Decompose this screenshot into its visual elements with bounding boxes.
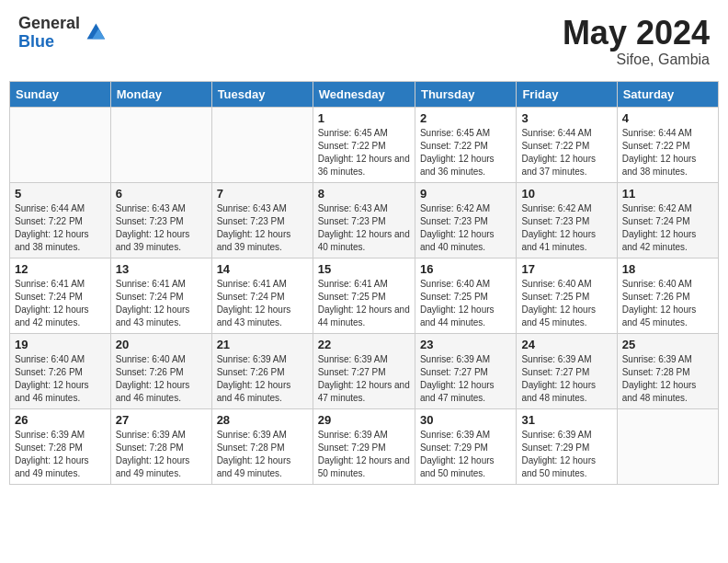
page-header: General Blue May 2024 Sifoe, Gambia [9,9,719,74]
cell-day-number: 20 [116,338,207,351]
calendar-cell: 7Sunrise: 6:43 AMSunset: 7:23 PMDaylight… [211,182,313,258]
logo-general: General [18,15,80,33]
cell-sun-info: Sunrise: 6:39 AMSunset: 7:28 PMDaylight:… [622,353,713,405]
cell-sun-info: Sunrise: 6:39 AMSunset: 7:29 PMDaylight:… [318,429,410,480]
cell-sun-info: Sunrise: 6:39 AMSunset: 7:29 PMDaylight:… [521,429,611,480]
week-row-1: 1Sunrise: 6:45 AMSunset: 7:22 PMDaylight… [10,107,719,182]
cell-sun-info: Sunrise: 6:40 AMSunset: 7:26 PMDaylight:… [116,353,207,405]
week-row-3: 12Sunrise: 6:41 AMSunset: 7:24 PMDayligh… [10,258,719,333]
cell-sun-info: Sunrise: 6:45 AMSunset: 7:22 PMDaylight:… [420,127,511,178]
title-block: May 2024 Sifoe, Gambia [563,15,710,68]
calendar-cell [617,408,718,484]
calendar-cell: 4Sunrise: 6:44 AMSunset: 7:22 PMDaylight… [617,107,718,182]
cell-sun-info: Sunrise: 6:39 AMSunset: 7:28 PMDaylight:… [217,429,308,480]
cell-sun-info: Sunrise: 6:42 AMSunset: 7:24 PMDaylight:… [622,202,713,254]
cell-day-number: 1 [318,111,410,125]
cell-sun-info: Sunrise: 6:40 AMSunset: 7:26 PMDaylight:… [622,278,713,329]
cell-day-number: 21 [217,338,308,351]
cell-day-number: 22 [318,338,410,351]
day-header-monday: Monday [110,81,211,107]
cell-day-number: 14 [217,262,308,276]
calendar-cell [211,107,313,182]
cell-day-number: 6 [116,187,207,201]
cell-day-number: 24 [521,338,611,351]
logo-icon [82,18,108,44]
week-row-5: 26Sunrise: 6:39 AMSunset: 7:28 PMDayligh… [10,408,719,484]
week-row-2: 5Sunrise: 6:44 AMSunset: 7:22 PMDaylight… [10,182,719,258]
cell-sun-info: Sunrise: 6:44 AMSunset: 7:22 PMDaylight:… [15,202,106,254]
cell-day-number: 15 [318,262,410,276]
calendar-cell: 9Sunrise: 6:42 AMSunset: 7:23 PMDaylight… [415,182,516,258]
cell-sun-info: Sunrise: 6:45 AMSunset: 7:22 PMDaylight:… [318,127,410,178]
calendar-cell: 13Sunrise: 6:41 AMSunset: 7:24 PMDayligh… [110,258,211,333]
cell-day-number: 10 [521,187,611,201]
cell-day-number: 19 [15,338,106,351]
calendar-title: May 2024 [563,15,710,52]
cell-day-number: 30 [420,413,511,427]
calendar-cell: 1Sunrise: 6:45 AMSunset: 7:22 PMDaylight… [313,107,415,182]
cell-day-number: 13 [116,262,207,276]
cell-sun-info: Sunrise: 6:41 AMSunset: 7:25 PMDaylight:… [318,278,410,329]
cell-sun-info: Sunrise: 6:39 AMSunset: 7:26 PMDaylight:… [217,353,308,405]
calendar-cell: 31Sunrise: 6:39 AMSunset: 7:29 PMDayligh… [517,408,617,484]
calendar-cell: 8Sunrise: 6:43 AMSunset: 7:23 PMDaylight… [313,182,415,258]
cell-sun-info: Sunrise: 6:44 AMSunset: 7:22 PMDaylight:… [622,127,713,178]
logo: General Blue [18,15,108,52]
cell-day-number: 29 [318,413,410,427]
cell-sun-info: Sunrise: 6:39 AMSunset: 7:27 PMDaylight:… [521,353,611,405]
calendar-cell [110,107,211,182]
day-header-thursday: Thursday [415,81,516,107]
cell-sun-info: Sunrise: 6:40 AMSunset: 7:25 PMDaylight:… [420,278,511,329]
cell-sun-info: Sunrise: 6:44 AMSunset: 7:22 PMDaylight:… [521,127,611,178]
calendar-cell: 10Sunrise: 6:42 AMSunset: 7:23 PMDayligh… [517,182,617,258]
day-header-tuesday: Tuesday [211,81,313,107]
cell-sun-info: Sunrise: 6:40 AMSunset: 7:26 PMDaylight:… [15,353,106,405]
calendar-cell: 26Sunrise: 6:39 AMSunset: 7:28 PMDayligh… [10,408,111,484]
cell-sun-info: Sunrise: 6:43 AMSunset: 7:23 PMDaylight:… [116,202,207,254]
calendar-cell: 23Sunrise: 6:39 AMSunset: 7:27 PMDayligh… [415,333,516,408]
cell-day-number: 3 [521,111,611,125]
cell-day-number: 7 [217,187,308,201]
calendar-location: Sifoe, Gambia [563,52,710,68]
cell-day-number: 28 [217,413,308,427]
day-header-saturday: Saturday [617,81,718,107]
day-header-wednesday: Wednesday [313,81,415,107]
cell-sun-info: Sunrise: 6:40 AMSunset: 7:25 PMDaylight:… [521,278,611,329]
cell-day-number: 27 [116,413,207,427]
cell-day-number: 17 [521,262,611,276]
calendar-cell: 2Sunrise: 6:45 AMSunset: 7:22 PMDaylight… [415,107,516,182]
cell-day-number: 16 [420,262,511,276]
cell-sun-info: Sunrise: 6:39 AMSunset: 7:29 PMDaylight:… [420,429,511,480]
cell-day-number: 31 [521,413,611,427]
cell-sun-info: Sunrise: 6:39 AMSunset: 7:28 PMDaylight:… [15,429,106,480]
calendar-body: 1Sunrise: 6:45 AMSunset: 7:22 PMDaylight… [10,107,719,484]
cell-sun-info: Sunrise: 6:42 AMSunset: 7:23 PMDaylight:… [521,202,611,254]
logo-text: General Blue [18,15,80,52]
calendar-cell: 28Sunrise: 6:39 AMSunset: 7:28 PMDayligh… [211,408,313,484]
calendar-cell: 21Sunrise: 6:39 AMSunset: 7:26 PMDayligh… [211,333,313,408]
day-header-row: SundayMondayTuesdayWednesdayThursdayFrid… [10,81,719,107]
cell-day-number: 11 [622,187,713,201]
cell-sun-info: Sunrise: 6:42 AMSunset: 7:23 PMDaylight:… [420,202,511,254]
calendar-cell: 29Sunrise: 6:39 AMSunset: 7:29 PMDayligh… [313,408,415,484]
calendar-cell: 6Sunrise: 6:43 AMSunset: 7:23 PMDaylight… [110,182,211,258]
calendar-cell: 18Sunrise: 6:40 AMSunset: 7:26 PMDayligh… [617,258,718,333]
calendar-cell: 30Sunrise: 6:39 AMSunset: 7:29 PMDayligh… [415,408,516,484]
cell-sun-info: Sunrise: 6:39 AMSunset: 7:27 PMDaylight:… [420,353,511,405]
cell-day-number: 9 [420,187,511,201]
week-row-4: 19Sunrise: 6:40 AMSunset: 7:26 PMDayligh… [10,333,719,408]
calendar-cell: 5Sunrise: 6:44 AMSunset: 7:22 PMDaylight… [10,182,111,258]
calendar-cell: 15Sunrise: 6:41 AMSunset: 7:25 PMDayligh… [313,258,415,333]
calendar-cell: 12Sunrise: 6:41 AMSunset: 7:24 PMDayligh… [10,258,111,333]
cell-sun-info: Sunrise: 6:43 AMSunset: 7:23 PMDaylight:… [217,202,308,254]
calendar-table: SundayMondayTuesdayWednesdayThursdayFrid… [9,81,719,485]
calendar-header: SundayMondayTuesdayWednesdayThursdayFrid… [10,81,719,107]
day-header-sunday: Sunday [10,81,111,107]
cell-day-number: 23 [420,338,511,351]
cell-day-number: 25 [622,338,713,351]
day-header-friday: Friday [517,81,617,107]
cell-day-number: 4 [622,111,713,125]
cell-sun-info: Sunrise: 6:41 AMSunset: 7:24 PMDaylight:… [15,278,106,329]
cell-sun-info: Sunrise: 6:41 AMSunset: 7:24 PMDaylight:… [217,278,308,329]
cell-day-number: 5 [15,187,106,201]
